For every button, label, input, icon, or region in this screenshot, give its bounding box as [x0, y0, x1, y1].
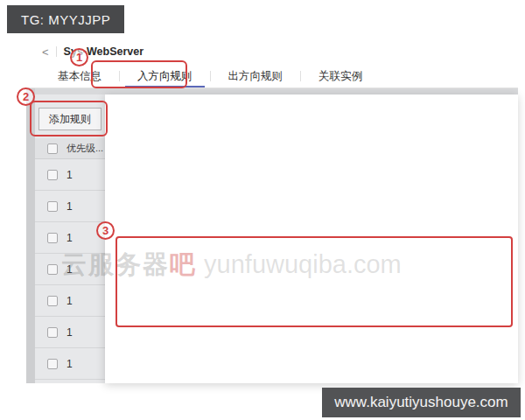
row-checkbox[interactable] [47, 170, 58, 180]
breadcrumb-divider [56, 46, 57, 57]
row-checkbox[interactable] [47, 233, 58, 243]
table-row[interactable]: 1 [35, 191, 107, 222]
table-row[interactable]: 1 [35, 254, 107, 285]
row-checkbox[interactable] [47, 201, 58, 212]
back-chevron-icon[interactable]: < [42, 46, 49, 59]
table-row[interactable]: 1 [35, 159, 107, 191]
priority-column-header: 优先级... [66, 142, 103, 155]
table-row[interactable]: 1 [35, 317, 107, 348]
tab-inbound-rules[interactable]: 入方向规则 [120, 65, 210, 88]
tab-bar: 基本信息 入方向规则 出方向规则 关联实例 [40, 65, 380, 88]
row-checkbox[interactable] [47, 359, 58, 369]
add-inbound-rule-modal [105, 94, 518, 383]
left-gutter [26, 88, 35, 383]
annotation-step-2: 2 [17, 88, 35, 106]
priority-cell: 1 [66, 232, 73, 244]
tab-associated-instances[interactable]: 关联实例 [301, 65, 380, 88]
priority-cell: 1 [66, 169, 73, 181]
priority-cell: 1 [66, 295, 73, 307]
priority-cell: 1 [66, 200, 73, 213]
priority-cell: 1 [66, 326, 73, 339]
priority-cell: 1 [66, 358, 73, 370]
row-checkbox[interactable] [47, 296, 58, 306]
telegram-badge: TG: MYYJJPP [7, 5, 124, 33]
annotation-step-3: 3 [96, 221, 115, 240]
table-header-row: 优先级... [35, 138, 107, 159]
select-all-checkbox[interactable] [47, 144, 58, 154]
annotation-step-1: 1 [70, 48, 88, 66]
table-row[interactable]: 1 [35, 348, 107, 380]
table-row[interactable]: 1 [35, 285, 107, 317]
row-checkbox[interactable] [47, 264, 58, 275]
add-rule-button[interactable]: 添加规则 [38, 108, 102, 130]
website-badge: www.kaiyutiyushouye.com [322, 388, 521, 417]
breadcrumb: < Sys-WebServer [42, 44, 144, 60]
tab-basic-info[interactable]: 基本信息 [40, 65, 119, 88]
tab-outbound-rules[interactable]: 出方向规则 [211, 65, 301, 88]
priority-cell: 1 [66, 263, 73, 276]
row-checkbox[interactable] [47, 327, 58, 338]
